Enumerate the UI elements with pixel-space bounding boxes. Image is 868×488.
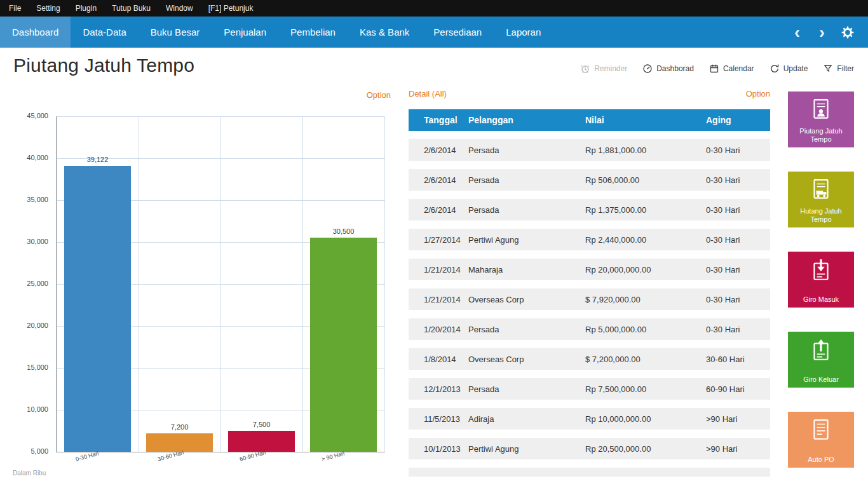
cell-pelanggan: Persada [468,175,585,185]
update-icon [770,64,780,74]
main-nav: DashboardData-DataBuku BesarPenjualanPem… [0,17,868,48]
table-row[interactable]: 1/27/2014Pertiwi AgungRp 2,440,000.000-3… [409,229,770,250]
cell-aging: 30-60 Hari [706,355,770,364]
menu-item-f1-petunjuk[interactable]: [F1] Petunjuk [208,4,254,13]
calendar-icon [709,64,719,74]
table-rows: 2/6/2014PersadaRp 1,881,000.000-30 Hari2… [409,139,770,459]
y-tick: 25,000 [13,280,48,287]
cell-nilai: Rp 2,440,000.00 [585,235,706,245]
settings-gear-icon[interactable] [836,26,859,39]
dashboard-button[interactable]: Dashborad [642,64,694,74]
table-row[interactable]: 1/21/2014Overseas Corp$ 7,920,000.000-30… [409,288,770,310]
giro-keluar-icon [809,337,833,363]
tile-label: Hutang Jatuh Tempo [788,207,854,224]
menu-item-window[interactable]: Window [166,4,193,13]
table-row[interactable]: 12/1/2013PersadaRp 7,500,000.0060-90 Har… [409,378,770,400]
tab-laporan[interactable]: Laporan [494,17,553,48]
menu-item-file[interactable]: File [9,4,21,13]
tab-buku-besar[interactable]: Buku Besar [139,17,212,48]
cell-pelanggan: Pertiwi Agung [468,235,585,245]
cell-aging: >90 Hari [706,444,770,454]
cell-tanggal: 1/27/2014 [424,235,468,245]
update-button[interactable]: Update [770,64,808,74]
table-row[interactable]: 2/6/2014PersadaRp 1,881,000.000-30 Hari [409,139,770,161]
y-tick: 45,000 [13,112,48,119]
cell-pelanggan: Persada [468,384,585,394]
table-header: TanggalPelangganNilaiAging [409,109,770,131]
bar-value-label: 39,122 [57,156,139,163]
menu-item-setting[interactable]: Setting [36,4,60,13]
table-row[interactable]: 1/20/2014PersadaRp 5,000,000.000-30 Hari [409,318,770,340]
cell-tanggal: 10/1/2013 [424,444,468,454]
giro-masuk-icon [809,257,833,283]
tab-pembelian[interactable]: Pembelian [278,17,348,48]
cell-tanggal: 1/21/2014 [424,295,468,304]
column-header-tanggal: Tanggal [424,115,468,125]
cell-nilai: Rp 10,000,000.00 [585,414,706,424]
bar-value-label: 30,500 [302,227,384,235]
cell-tanggal: 2/6/2014 [424,146,468,155]
menu-item-plugin[interactable]: Plugin [76,4,97,13]
detail-option-link[interactable]: Option [746,89,770,102]
cell-pelanggan: Pertiwi Agung [468,444,585,454]
reminder-button[interactable]: Reminder [580,64,627,74]
tile-label: Giro Keluar [788,376,854,384]
nav-right-controls: ‹ › [787,17,868,48]
y-tick: 35,000 [13,196,48,203]
tile-piutang-jatuh-tempo[interactable]: Piutang Jatuh Tempo [788,92,854,147]
table-row[interactable]: 2/6/2014PersadaRp 1,375,000.000-30 Hari [409,199,770,220]
detail-panel: Detail (All) Option TanggalPelangganNila… [409,89,770,477]
cell-tanggal: 1/21/2014 [424,265,468,274]
tile-giro-keluar[interactable]: Giro Keluar [788,332,854,388]
table-row[interactable]: 10/1/2013Pertiwi AgungRp 20,500,000.00>9… [409,438,770,459]
cell-nilai: $ 7,200,000.00 [585,355,706,364]
cell-tanggal: 11/5/2013 [424,414,468,424]
cell-nilai: Rp 20,000,000.00 [585,265,706,274]
update-label: Update [783,64,808,73]
calendar-label: Calendar [723,64,754,73]
tab-persediaan[interactable]: Persediaan [421,17,494,48]
tab-dashboard[interactable]: Dashboard [0,17,71,48]
calendar-button[interactable]: Calendar [709,64,754,74]
tile-hutang-jatuh-tempo[interactable]: Hutang Jatuh Tempo [788,172,854,227]
chart-option-link[interactable]: Option [367,90,391,100]
tab-data-data[interactable]: Data-Data [71,17,138,48]
dashboard-icon [642,64,653,74]
y-tick: 40,000 [13,154,48,161]
chart-bar-30-60-hari [146,433,213,452]
nav-forward-button[interactable]: › [811,18,832,47]
tab-penjualan[interactable]: Penjualan [212,17,278,48]
hutang-jatuh-tempo-icon [809,177,833,203]
detail-header: Detail (All) Option [409,89,770,102]
cell-tanggal: 12/1/2013 [424,384,468,394]
y-tick: 30,000 [13,238,48,245]
toolbar: ReminderDashboradCalendarUpdateFilter [580,64,854,74]
filter-button[interactable]: Filter [823,64,854,74]
table-row[interactable]: 1/8/2014Overseas Corp$ 7,200,000.0030-60… [409,348,770,370]
table-row[interactable]: 2/6/2014PersadaRp 506,000.000-30 Hari [409,169,770,191]
tab-kas-bank[interactable]: Kas & Bank [348,17,421,48]
column-header-nilai: Nilai [585,115,706,125]
tile-label: Auto PO [788,456,854,464]
bar-value-label: 7,200 [139,423,220,431]
filter-label: Filter [837,64,854,73]
reminder-label: Reminder [594,64,627,73]
cell-pelanggan: Overseas Corp [468,295,585,304]
chart-bar-90-hari [310,238,377,452]
table-row[interactable]: 1/21/2014MaharajaRp 20,000,000.000-30 Ha… [409,259,770,280]
menubar: FileSettingPluginTutup BukuWindow[F1] Pe… [0,0,868,17]
reminder-icon [580,64,590,74]
y-tick: 15,000 [13,363,48,371]
tile-label: Piutang Jatuh Tempo [788,127,854,144]
piutang-jatuh-tempo-icon [809,97,833,123]
tile-label: Giro Masuk [788,295,854,304]
menu-item-tutup-buku[interactable]: Tutup Buku [112,4,151,13]
nav-back-button[interactable]: ‹ [787,18,808,47]
detail-title[interactable]: Detail (All) [409,89,447,102]
tile-giro-masuk[interactable]: Giro Masuk [788,252,854,308]
aging-chart-panel: Option 39,1227,2007,50030,500 Dalam Ribu… [13,89,394,479]
table-row[interactable]: 11/5/2013AdirajaRp 10,000,000.00>90 Hari [409,408,770,430]
tile-auto-po[interactable]: Auto PO [788,412,854,468]
cell-pelanggan: Maharaja [468,265,585,274]
cell-pelanggan: Persada [468,205,585,215]
